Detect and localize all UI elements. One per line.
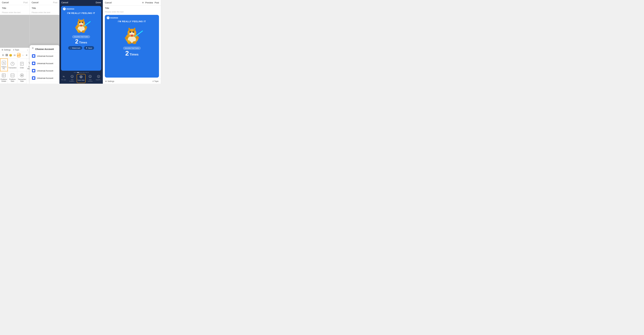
- panel4-stats-badge: Securities Total Trades: [123, 47, 141, 49]
- panel4-cancel-button[interactable]: Cancel: [105, 1, 112, 4]
- panel4-preview-button[interactable]: Preview: [145, 1, 153, 4]
- dot-7: [84, 72, 86, 73]
- image-button[interactable]: 🖼: [5, 53, 8, 57]
- panel1-settings-topic: ⚙ Settings # Topic: [2, 49, 19, 51]
- trades-stats-icon: [80, 75, 82, 79]
- save-icon: ⬇: [86, 47, 87, 49]
- align-button[interactable]: ≡: [25, 53, 28, 57]
- panel3-number-value: 2: [75, 38, 78, 45]
- svg-rect-10: [2, 74, 6, 77]
- order-icon: [20, 61, 24, 66]
- chart-button[interactable]: [17, 53, 20, 57]
- tab-trades-stats-label: Trades Stats.: [78, 80, 85, 81]
- today-pl-button[interactable]: % Today's P/L: [0, 58, 8, 71]
- panel4-post-button[interactable]: Post: [154, 1, 159, 4]
- watermark-button[interactable]: ○ Watermark: [68, 46, 82, 50]
- panel1-content-area[interactable]: [0, 15, 30, 48]
- panel2-cancel-button[interactable]: Cancel: [32, 1, 38, 4]
- positions-stats-label: Positions Stats: [8, 78, 16, 82]
- save-button[interactable]: ⬇ Save: [84, 46, 94, 50]
- panel4-topic-hash-icon: #: [152, 80, 154, 82]
- tab-total-turnover[interactable]: $ Total Turnover: [86, 74, 94, 83]
- account-item-3[interactable]: Universal Account: [30, 67, 59, 74]
- moomoo-logo-icon: [63, 7, 66, 10]
- tab-fund-pl[interactable]: $ Fund P/...: [94, 74, 103, 83]
- order-button[interactable]: Order: [17, 58, 27, 71]
- panel4-moomoo-logo: moomoo: [107, 16, 157, 19]
- panel1-cancel-button[interactable]: Cancel: [2, 1, 9, 4]
- svg-text:$: $: [90, 76, 90, 77]
- more-options-button[interactable]: ···: [22, 53, 24, 57]
- panel3-inner: Cancel Done moomoo I'M REALLY FEELING IT: [60, 0, 103, 84]
- emoji-button[interactable]: 😊: [9, 53, 12, 57]
- panel2-placeholder: Please enter the text: [30, 10, 59, 15]
- svg-point-60: [130, 31, 131, 32]
- account-item-1[interactable]: Universal Account: [30, 52, 59, 60]
- panel4-title-area: Title: [103, 5, 161, 10]
- account-item-2[interactable]: Universal Account: [30, 60, 59, 67]
- choose-account-overlay: ✕ Choose Account Universal Account Unive…: [30, 45, 59, 84]
- svg-point-31: [82, 22, 83, 23]
- panel4-number-unit: Times: [130, 53, 138, 56]
- order-label: Order: [20, 67, 24, 69]
- panel4-bottom-bar: ⚙ Settings # Topic: [103, 79, 161, 84]
- panel1-settings-item[interactable]: ⚙ Settings: [2, 49, 11, 51]
- panel3-feeling-title: I'M REALLY FEELING IT: [67, 12, 95, 14]
- panel4-bull-mascot-svg: $: [121, 23, 143, 45]
- pl-icon: %: [2, 60, 6, 65]
- tab-pl-ratio[interactable]: % P/L ratio: [60, 74, 68, 83]
- transaction-stats-label: Transaction Stats: [18, 78, 26, 82]
- total-positions-icon: $: [70, 75, 74, 79]
- media-button[interactable]: 00: [13, 53, 16, 57]
- positions-stats-button[interactable]: Positions Stats: [8, 71, 17, 84]
- panel4-settings-item[interactable]: ⚙ Settings: [105, 80, 114, 82]
- svg-rect-1: [18, 54, 19, 56]
- panel4-settings-label: Settings: [108, 80, 114, 82]
- panel3-dots-indicator: [60, 72, 103, 73]
- panel4-right-buttons: ≡ Preview Post: [142, 1, 159, 4]
- list-icon-button[interactable]: ≡: [142, 1, 144, 4]
- tab-total-positions[interactable]: $ Total Position...: [68, 74, 76, 83]
- svg-rect-14: [11, 74, 14, 77]
- account-item-4[interactable]: Universal Account: [30, 74, 59, 82]
- panel3-cancel-button[interactable]: Cancel: [61, 1, 68, 4]
- panel4-topic-item[interactable]: # Topic: [152, 80, 159, 82]
- chevron-down-icon[interactable]: ∨: [27, 49, 28, 51]
- svg-point-30: [80, 22, 80, 23]
- tab-fund-pl-label: Fund P/...: [96, 79, 102, 81]
- watermark-label: Watermark: [72, 47, 80, 49]
- watermark-icon: ○: [70, 47, 71, 49]
- panel4-top-bar: Cancel ≡ Preview Post: [103, 0, 161, 5]
- text-format-button[interactable]: A: [2, 53, 4, 57]
- panel1-post-button[interactable]: Post: [23, 1, 28, 4]
- tab-total-positions-label: Total Position...: [68, 79, 76, 82]
- panel1-title-label: Title: [2, 7, 28, 9]
- panel-2-editor: Cancel Post Title Please enter the text …: [30, 0, 60, 84]
- panel1-bottom-toolbar: ⚙ Settings # Topic ∨ A 🖼 😊 00: [0, 48, 30, 84]
- account-name-2: Universal Account: [37, 62, 53, 65]
- svg-point-46: [80, 75, 82, 78]
- panel2-post-button[interactable]: Post: [53, 1, 58, 4]
- account-name-4: Universal Account: [37, 77, 53, 79]
- panel1-topic-item[interactable]: # Topic: [13, 49, 19, 51]
- svg-point-34: [80, 25, 82, 26]
- svg-point-38: [82, 30, 85, 33]
- choose-account-close-button[interactable]: ✕: [32, 47, 34, 49]
- pl-ratio-icon: %: [62, 75, 65, 79]
- panel1-settings-row: ⚙ Settings # Topic ∨: [0, 48, 30, 52]
- moomoo-brand-text: moomoo: [66, 8, 74, 10]
- bull-mascot-svg: $: [72, 15, 90, 34]
- panel1-placeholder: Please enter the text: [0, 10, 30, 15]
- positions-details-button[interactable]: Positions Details: [0, 71, 8, 84]
- panel4-placeholder: Please enter the text: [103, 10, 161, 13]
- panel3-done-button[interactable]: Done: [96, 1, 101, 4]
- svg-line-66: [135, 31, 142, 36]
- panel-4-final: Cancel ≡ Preview Post Title Please enter…: [103, 0, 161, 84]
- dot-8: [86, 72, 87, 73]
- transaction-stats-button[interactable]: Transaction Stats: [17, 71, 27, 84]
- panel1-sub-icons-grid: % Today's P/L Transaction: [0, 58, 30, 84]
- dot-6: [83, 72, 84, 73]
- tab-trades-stats[interactable]: Trades Stats.: [77, 74, 86, 83]
- dot-2: [76, 72, 76, 73]
- transaction-button[interactable]: Transaction: [8, 58, 17, 71]
